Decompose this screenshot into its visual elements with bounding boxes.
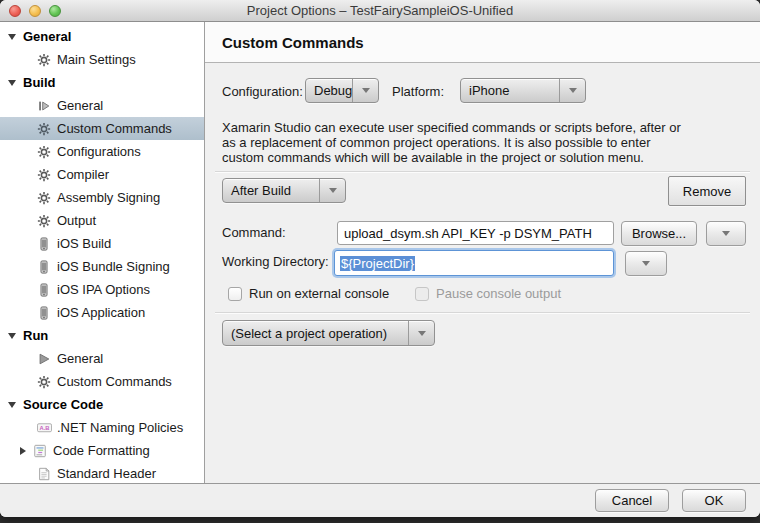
svg-text:A.B: A.B — [39, 425, 49, 431]
selected-text: ${ProjectDir} — [340, 256, 415, 271]
description-line: as a replacement of common project opera… — [222, 135, 681, 150]
iphone-icon — [36, 282, 52, 298]
sidebar-section-run[interactable]: Run — [0, 324, 204, 347]
chevron-down-icon — [319, 179, 345, 202]
gear-icon — [36, 190, 52, 206]
sidebar-item-ios-ipa-options[interactable]: iOS IPA Options — [0, 278, 204, 301]
chevron-down-icon — [642, 261, 650, 266]
zoom-icon[interactable] — [49, 5, 61, 17]
cancel-button[interactable]: Cancel — [595, 489, 669, 512]
sidebar-item-output[interactable]: Output — [0, 209, 204, 232]
disclosure-triangle-icon[interactable] — [20, 447, 26, 455]
pause-console-output-label: Pause console output — [436, 286, 561, 301]
description-line: custom commands which will be available … — [222, 150, 681, 165]
panel-description: Xamarin Studio can execute user specifie… — [222, 120, 681, 165]
disclosure-triangle-icon[interactable] — [8, 333, 16, 339]
disclosure-triangle-icon[interactable] — [8, 402, 16, 408]
sidebar-item-run-general[interactable]: General — [0, 347, 204, 370]
chevron-down-icon — [722, 231, 730, 236]
command-options-button[interactable] — [706, 221, 746, 246]
sidebar-item-custom-commands[interactable]: Custom Commands — [0, 117, 204, 140]
command-label: Command: — [222, 225, 286, 240]
working-directory-options-button[interactable] — [625, 251, 667, 276]
chevron-down-icon — [352, 79, 378, 102]
panel-header: Custom Commands — [205, 22, 760, 63]
main-panel: Custom Commands Configuration: Debug Pla… — [205, 22, 760, 483]
chevron-down-icon — [559, 79, 585, 102]
sidebar-item-ios-bundle-signing[interactable]: iOS Bundle Signing — [0, 255, 204, 278]
titlebar: Project Options – TestFairySampleiOS-Uni… — [0, 0, 760, 22]
disclosure-triangle-icon[interactable] — [8, 34, 16, 40]
code-formatting-icon — [32, 443, 48, 459]
project-operation-select[interactable]: (Select a project operation) — [222, 320, 435, 346]
sidebar-item-ios-application[interactable]: iOS Application — [0, 301, 204, 324]
description-line: Xamarin Studio can execute user specifie… — [222, 120, 681, 135]
remove-button[interactable]: Remove — [668, 176, 746, 206]
event-select[interactable]: After Build — [222, 178, 346, 203]
sidebar-item-ios-build[interactable]: iOS Build — [0, 232, 204, 255]
window-controls — [9, 5, 61, 17]
sidebar-item-assembly-signing[interactable]: Assembly Signing — [0, 186, 204, 209]
sidebar-section-source-code[interactable]: Source Code — [0, 393, 204, 416]
sidebar-item-configurations[interactable]: Configurations — [0, 140, 204, 163]
sidebar-item-run-custom-commands[interactable]: Custom Commands — [0, 370, 204, 393]
working-directory-label: Working Directory: — [222, 254, 329, 269]
configuration-select[interactable]: Debug — [305, 78, 379, 103]
configuration-label: Configuration: — [222, 84, 303, 99]
sidebar-item-net-naming-policies[interactable]: A.B .NET Naming Policies — [0, 416, 204, 439]
sidebar-item-build-general[interactable]: General — [0, 94, 204, 117]
gear-icon — [36, 52, 52, 68]
platform-select[interactable]: iPhone — [460, 78, 586, 103]
run-external-console-label: Run on external console — [249, 286, 389, 301]
dialog-footer: Cancel OK — [0, 483, 760, 517]
document-icon — [36, 466, 52, 482]
gear-icon — [36, 213, 52, 229]
gear-icon — [36, 167, 52, 183]
chevron-down-icon — [408, 321, 434, 345]
iphone-icon — [36, 236, 52, 252]
gear-icon — [36, 374, 52, 390]
close-icon[interactable] — [9, 5, 21, 17]
sidebar-section-build[interactable]: Build — [0, 71, 204, 94]
sidebar-item-compiler[interactable]: Compiler — [0, 163, 204, 186]
page-title: Custom Commands — [205, 22, 760, 51]
platform-label: Platform: — [392, 84, 444, 99]
divider — [215, 312, 750, 313]
ok-button[interactable]: OK — [682, 489, 746, 512]
gear-icon — [36, 144, 52, 160]
working-directory-input[interactable]: ${ProjectDir} — [334, 250, 614, 276]
sidebar-item-main-settings[interactable]: Main Settings — [0, 48, 204, 71]
browse-button[interactable]: Browse... — [621, 221, 697, 246]
run-external-console-checkbox[interactable] — [228, 287, 242, 301]
sidebar-section-general[interactable]: General — [0, 25, 204, 48]
pause-console-output-checkbox — [415, 287, 429, 301]
sidebar-item-standard-header[interactable]: Standard Header — [0, 462, 204, 483]
iphone-icon — [36, 259, 52, 275]
iphone-icon — [36, 305, 52, 321]
window-title: Project Options – TestFairySampleiOS-Uni… — [70, 0, 690, 22]
sidebar: General Main Settings Build General Cust… — [0, 22, 205, 483]
sidebar-item-code-formatting[interactable]: Code Formatting — [0, 439, 204, 462]
gear-icon — [36, 121, 52, 137]
divider — [215, 171, 750, 172]
play-icon — [36, 351, 52, 367]
project-options-window: Project Options – TestFairySampleiOS-Uni… — [0, 0, 760, 517]
command-input[interactable] — [337, 221, 614, 245]
minimize-icon[interactable] — [29, 5, 41, 17]
disclosure-triangle-icon[interactable] — [8, 80, 16, 86]
ab-letters-icon: A.B — [36, 420, 52, 436]
build-play-icon — [36, 98, 52, 114]
